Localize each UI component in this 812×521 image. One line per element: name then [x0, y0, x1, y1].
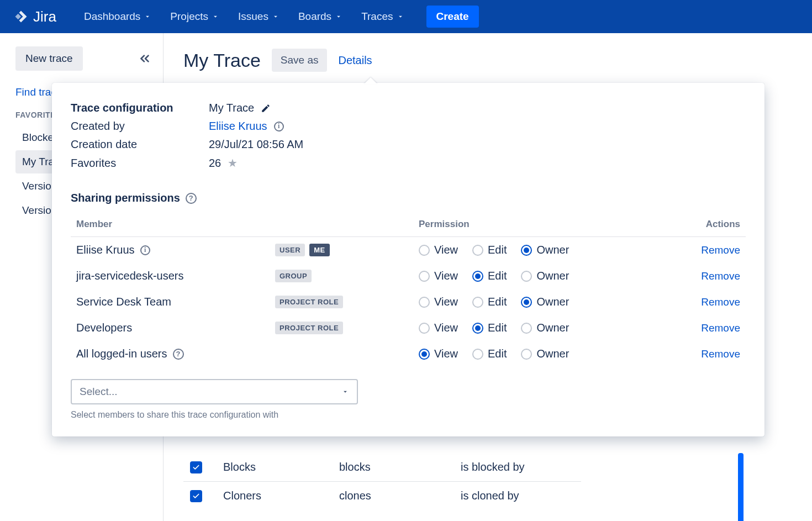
- jira-logo[interactable]: Jira: [13, 8, 56, 25]
- permission-owner[interactable]: Owner: [521, 296, 569, 308]
- member-select[interactable]: Select...: [71, 379, 358, 404]
- radio-icon: [521, 297, 532, 308]
- radio-label: Owner: [536, 270, 569, 282]
- radio-label: View: [434, 348, 458, 360]
- radio-label: Owner: [536, 296, 569, 308]
- permission-edit[interactable]: Edit: [472, 348, 507, 360]
- chevron-down-icon: [341, 388, 349, 396]
- creation-date-value: 29/Jul/21 08:56 AM: [209, 138, 746, 151]
- permission-view[interactable]: View: [419, 270, 458, 282]
- permission-options: ViewEditOwner: [419, 296, 595, 308]
- radio-label: View: [434, 244, 458, 256]
- checkbox-icon[interactable]: [190, 461, 202, 473]
- radio-label: Edit: [488, 244, 507, 256]
- radio-icon: [419, 323, 430, 334]
- edit-name-icon[interactable]: [261, 103, 271, 113]
- star-icon[interactable]: ★: [228, 156, 238, 170]
- nav-label: Issues: [238, 10, 268, 23]
- member-name: jira-servicedesk-users: [76, 270, 184, 282]
- radio-icon: [472, 245, 483, 256]
- nav-label: Projects: [170, 10, 208, 23]
- create-button[interactable]: Create: [426, 6, 479, 28]
- nav-dashboards[interactable]: Dashboards: [80, 7, 156, 26]
- help-icon[interactable]: ?: [186, 193, 197, 204]
- nav-projects[interactable]: Projects: [166, 7, 224, 26]
- nav-label: Dashboards: [84, 10, 140, 23]
- remove-link[interactable]: Remove: [701, 270, 740, 282]
- permission-owner[interactable]: Owner: [521, 244, 569, 256]
- table-cell: blocks: [339, 461, 461, 473]
- radio-label: Edit: [488, 322, 507, 334]
- created-by-label: Created by: [71, 120, 209, 133]
- nav-label: Traces: [361, 10, 393, 23]
- table-cell: is blocked by: [461, 461, 582, 473]
- remove-link[interactable]: Remove: [701, 296, 740, 308]
- chevron-down-icon: [335, 13, 342, 20]
- info-icon[interactable]: i: [140, 245, 150, 255]
- permission-owner[interactable]: Owner: [521, 322, 569, 334]
- member-name: Service Desk Team: [76, 296, 171, 308]
- permission-view[interactable]: View: [419, 322, 458, 334]
- brand-text: Jira: [33, 8, 56, 25]
- permission-row: All logged-in users?ViewEditOwnerRemove: [71, 341, 746, 367]
- badge: USER: [275, 244, 305, 256]
- member-name: All logged-in users: [76, 348, 167, 360]
- radio-icon: [419, 245, 430, 256]
- permission-edit[interactable]: Edit: [472, 244, 507, 256]
- permission-row: jira-servicedesk-usersGROUPViewEditOwner…: [71, 263, 746, 289]
- member-badges: USERME: [275, 244, 419, 256]
- details-link[interactable]: Details: [338, 54, 372, 67]
- radio-label: Edit: [488, 270, 507, 282]
- created-by-user[interactable]: Eliise Kruus: [209, 120, 267, 133]
- checkbox-icon[interactable]: [190, 490, 202, 502]
- new-trace-button[interactable]: New trace: [15, 46, 83, 71]
- permissions-table: Member Permission Actions Eliise KruusiU…: [71, 212, 746, 367]
- remove-link[interactable]: Remove: [701, 348, 740, 360]
- permission-view[interactable]: View: [419, 348, 458, 360]
- config-name: My Trace: [209, 102, 254, 114]
- permission-view[interactable]: View: [419, 244, 458, 256]
- member-badges: PROJECT ROLE: [275, 322, 419, 334]
- remove-link[interactable]: Remove: [701, 322, 740, 334]
- radio-icon: [521, 323, 532, 334]
- save-as-button[interactable]: Save as: [272, 49, 328, 72]
- permission-options: ViewEditOwner: [419, 244, 595, 256]
- radio-icon: [521, 349, 532, 360]
- badge: PROJECT ROLE: [275, 322, 343, 334]
- col-actions: Actions: [595, 219, 740, 230]
- favorites-count: 26: [209, 157, 221, 170]
- badge: ME: [309, 244, 330, 256]
- permission-view[interactable]: View: [419, 296, 458, 308]
- radio-label: Owner: [536, 348, 569, 360]
- chevron-down-icon: [272, 13, 280, 20]
- permission-owner[interactable]: Owner: [521, 270, 569, 282]
- permission-options: ViewEditOwner: [419, 348, 595, 360]
- permission-edit[interactable]: Edit: [472, 296, 507, 308]
- chevron-down-icon: [144, 13, 151, 20]
- permission-edit[interactable]: Edit: [472, 270, 507, 282]
- permission-edit[interactable]: Edit: [472, 322, 507, 334]
- radio-icon: [521, 245, 532, 256]
- select-hint: Select members to share this trace confi…: [71, 410, 746, 420]
- radio-icon: [472, 349, 483, 360]
- permission-owner[interactable]: Owner: [521, 348, 569, 360]
- remove-link[interactable]: Remove: [701, 244, 740, 256]
- badge: PROJECT ROLE: [275, 296, 343, 308]
- sharing-heading: Sharing permissions: [71, 192, 180, 204]
- radio-icon: [472, 297, 483, 308]
- member-name: Eliise Kruus: [76, 244, 135, 256]
- collapse-sidebar-icon[interactable]: [138, 51, 152, 66]
- nav-traces[interactable]: Traces: [357, 7, 408, 26]
- help-icon[interactable]: ?: [173, 349, 184, 360]
- permission-options: ViewEditOwner: [419, 322, 595, 334]
- scroll-indicator: [738, 453, 744, 521]
- nav-boards[interactable]: Boards: [294, 7, 347, 26]
- table-cell: Cloners: [223, 490, 339, 502]
- permission-row: Service Desk TeamPROJECT ROLEViewEditOwn…: [71, 289, 746, 315]
- member-name: Developers: [76, 322, 132, 334]
- nav-label: Boards: [298, 10, 331, 23]
- member-badges: PROJECT ROLE: [275, 296, 419, 308]
- nav-issues[interactable]: Issues: [234, 7, 284, 26]
- info-icon[interactable]: i: [274, 122, 284, 131]
- jira-logo-icon: [13, 9, 29, 24]
